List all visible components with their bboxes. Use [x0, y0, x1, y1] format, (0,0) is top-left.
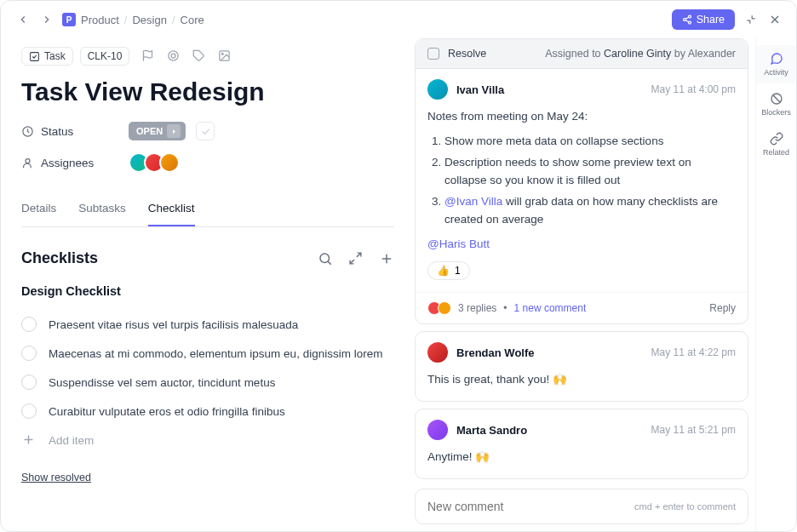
flag-icon[interactable]	[141, 49, 155, 63]
svg-point-16	[320, 254, 330, 263]
task-type-chip[interactable]: Task	[21, 47, 73, 66]
comment-input[interactable]	[427, 500, 634, 513]
checklist-item: Maecenas at mi commodo, elementum ipsum …	[21, 339, 394, 368]
comment-text: Anytime! 🙌	[427, 449, 736, 466]
assigned-to-text: Assigned to Caroline Ginty by Alexander	[545, 48, 736, 60]
checklists-heading: Checklists	[21, 249, 98, 267]
assignee-avatars[interactable]	[129, 152, 180, 173]
comment-card: Brendan Wolfe May 11 at 4:22 pm This is …	[415, 331, 748, 402]
minimize-icon[interactable]	[743, 12, 759, 27]
task-tabs: Details Subtasks Checklist	[21, 195, 394, 227]
svg-line-3	[685, 17, 689, 19]
topbar: P Product / Design / Core Share	[1, 1, 796, 38]
comment-time: May 11 at 4:22 pm	[651, 346, 736, 358]
share-button[interactable]: Share	[672, 9, 735, 30]
comment-time: May 11 at 4:00 pm	[651, 83, 736, 95]
status-icon	[21, 125, 34, 138]
mention[interactable]: @Haris Butt	[427, 237, 490, 250]
svg-point-0	[688, 15, 691, 18]
side-rail: Activity Blockers Related	[755, 38, 796, 531]
svg-point-2	[688, 21, 691, 24]
rail-activity[interactable]: Activity	[756, 45, 796, 83]
svg-point-12	[222, 53, 224, 54]
comment-composer[interactable]: cmd + enter to comment	[415, 489, 748, 524]
resolve-label: Resolve	[448, 48, 486, 60]
breadcrumb-item[interactable]: Core	[181, 14, 204, 26]
checkbox-circle[interactable]	[21, 317, 37, 332]
comment-card: Marta Sandro May 11 at 5:21 pm Anytime! …	[415, 409, 748, 479]
svg-point-9	[169, 51, 178, 60]
checklist-item: Curabitur vulputate eros et odio fringil…	[21, 397, 394, 426]
comment-author: Brendan Wolfe	[456, 346, 535, 359]
tab-details[interactable]: Details	[21, 195, 56, 226]
svg-line-18	[357, 253, 361, 257]
composer-hint: cmd + enter to comment	[634, 501, 736, 512]
status-label: Status	[41, 125, 73, 138]
breadcrumb: P Product / Design / Core	[62, 13, 204, 26]
svg-line-25	[773, 95, 780, 102]
show-resolved-link[interactable]: Show resolved	[21, 472, 91, 483]
svg-line-17	[328, 261, 330, 264]
add-item-button[interactable]: Add item	[21, 426, 394, 455]
svg-marker-14	[173, 129, 175, 133]
svg-line-19	[350, 259, 354, 263]
status-next-icon[interactable]	[167, 124, 181, 138]
checkbox-circle[interactable]	[21, 375, 37, 390]
avatar	[427, 342, 448, 363]
checklist-group-title: Design Checklist	[21, 284, 394, 298]
avatar	[427, 79, 448, 100]
breadcrumb-item[interactable]: Design	[132, 14, 166, 26]
rail-related[interactable]: Related	[756, 125, 796, 163]
share-label: Share	[697, 14, 725, 26]
svg-point-10	[171, 54, 175, 58]
close-icon[interactable]	[767, 12, 783, 27]
reply-avatars	[427, 301, 451, 315]
block-icon	[770, 92, 783, 106]
svg-point-1	[683, 19, 685, 21]
status-badge[interactable]: OPEN	[129, 122, 186, 140]
add-checklist-icon[interactable]	[379, 251, 394, 266]
svg-rect-7	[31, 52, 39, 60]
reply-button[interactable]: Reply	[709, 302, 736, 314]
expand-icon[interactable]	[348, 251, 364, 266]
new-comment-count[interactable]: 1 new comment	[514, 302, 587, 314]
complete-checkbox[interactable]	[196, 122, 215, 140]
checkbox-circle[interactable]	[21, 346, 37, 361]
reaction-button[interactable]: 👍1	[427, 261, 470, 280]
tag-icon[interactable]	[192, 49, 206, 63]
image-icon[interactable]	[218, 49, 232, 63]
comment-author: Marta Sandro	[456, 424, 527, 437]
plus-icon	[21, 432, 37, 448]
avatar	[427, 420, 448, 440]
task-title: Task View Redesign	[21, 77, 394, 106]
assignees-label: Assignees	[41, 157, 94, 169]
checkbox-circle[interactable]	[21, 403, 37, 419]
nav-back-icon[interactable]	[14, 11, 32, 28]
comment-time: May 11 at 5:21 pm	[651, 424, 736, 436]
resolve-bar: Resolve Assigned to Caroline Ginty by Al…	[416, 39, 748, 69]
comment-text: This is great, thank you! 🙌	[427, 371, 736, 389]
nav-forward-icon[interactable]	[38, 11, 55, 28]
search-icon[interactable]	[318, 251, 333, 266]
app-logo-icon: P	[62, 13, 76, 26]
tab-checklist[interactable]: Checklist	[148, 195, 195, 226]
replies-count[interactable]: 3 replies	[458, 302, 496, 314]
task-detail-pane: Task CLK-10 Task View Redesign Status OP…	[1, 38, 415, 531]
comment-text: Notes from meeting on May 24: Show more …	[427, 108, 736, 253]
task-id-chip[interactable]: CLK-10	[80, 47, 130, 66]
mention[interactable]: @Ivan Villa	[444, 195, 502, 208]
target-icon[interactable]	[167, 49, 181, 63]
svg-line-4	[685, 20, 689, 22]
avatar[interactable]	[159, 152, 180, 173]
resolve-checkbox[interactable]	[427, 48, 439, 60]
chat-icon	[770, 52, 783, 66]
checklist-item: Praesent vitae risus vel turpis facilisi…	[21, 310, 394, 339]
rail-blockers[interactable]: Blockers	[756, 85, 796, 123]
svg-point-15	[26, 158, 30, 163]
breadcrumb-item[interactable]: Product	[81, 14, 119, 26]
comment-card: Resolve Assigned to Caroline Ginty by Al…	[415, 38, 748, 324]
link-icon	[770, 132, 783, 146]
activity-pane: Resolve Assigned to Caroline Ginty by Al…	[415, 38, 755, 531]
tab-subtasks[interactable]: Subtasks	[78, 195, 126, 226]
checklist-item: Suspendisse vel sem auctor, tincidunt me…	[21, 368, 394, 397]
